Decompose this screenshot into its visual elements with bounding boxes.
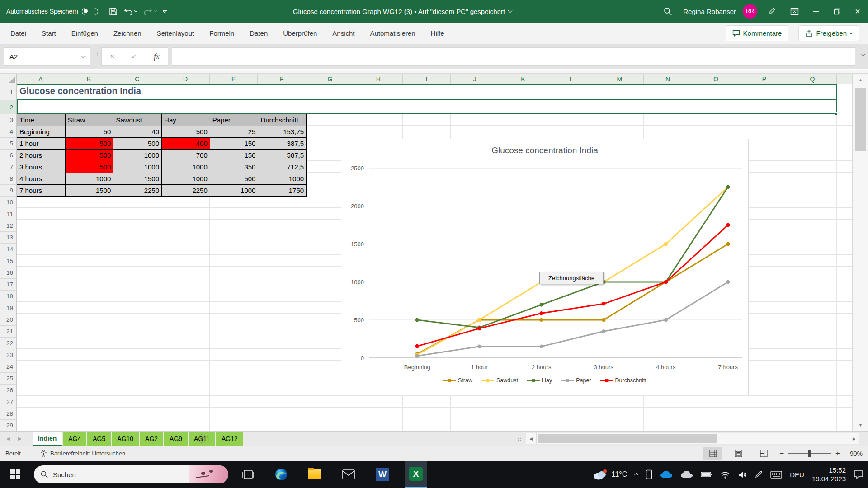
row-header-7[interactable]: 7 bbox=[0, 161, 17, 173]
row-header-12[interactable]: 12 bbox=[0, 220, 17, 232]
data-point-hay[interactable] bbox=[539, 303, 543, 307]
table-cell[interactable]: 3 hours bbox=[17, 161, 66, 173]
table-cell[interactable]: 4 hours bbox=[17, 173, 66, 185]
row-header-27[interactable]: 27 bbox=[0, 396, 17, 408]
taskbar-search[interactable]: Suchen bbox=[34, 461, 228, 488]
legend-item-hay[interactable]: Hay bbox=[527, 377, 552, 384]
new-sheet-button[interactable]: + bbox=[198, 434, 206, 443]
table-cell[interactable]: 2 hours bbox=[17, 150, 66, 161]
onedrive-icon[interactable] bbox=[660, 470, 673, 479]
zoom-out-icon[interactable]: − bbox=[779, 449, 784, 458]
zoom-slider[interactable]: − + bbox=[779, 449, 840, 458]
scroll-down-icon[interactable]: ▼ bbox=[853, 419, 868, 431]
data-point-durchschnitt[interactable] bbox=[477, 327, 481, 331]
ribbon-tab-seitenlayout[interactable]: Seitenlayout bbox=[149, 23, 202, 44]
data-point-straw[interactable] bbox=[726, 242, 730, 246]
touch-keyboard-icon[interactable] bbox=[770, 471, 782, 479]
row-header-11[interactable]: 11 bbox=[0, 208, 17, 220]
mail-icon[interactable] bbox=[338, 461, 359, 488]
weather-widget[interactable]: 11°C bbox=[593, 469, 627, 480]
notification-icon[interactable] bbox=[854, 470, 863, 479]
row-header-22[interactable]: 22 bbox=[0, 338, 17, 349]
zoom-in-icon[interactable]: + bbox=[835, 449, 840, 458]
sheet-tab-ag2[interactable]: AG2 bbox=[140, 432, 163, 446]
ribbon-display-options-icon[interactable] bbox=[783, 0, 806, 23]
ribbon-tab-einfügen[interactable]: Einfügen bbox=[64, 23, 106, 44]
ribbon-tab-ansicht[interactable]: Ansicht bbox=[325, 23, 362, 44]
column-header-P[interactable]: P bbox=[741, 74, 789, 84]
formula-input[interactable] bbox=[172, 47, 855, 66]
ribbon-tab-daten[interactable]: Daten bbox=[242, 23, 275, 44]
series-line-straw[interactable] bbox=[417, 244, 728, 354]
table-cell[interactable]: 400 bbox=[162, 138, 210, 150]
data-point-sawdust[interactable] bbox=[477, 318, 481, 322]
select-all-button[interactable] bbox=[0, 74, 17, 84]
chart-plot-area[interactable]: 05001000150020002500Beginning1 hour2 hou… bbox=[341, 139, 749, 396]
table-header-cell[interactable]: Sawdust bbox=[113, 114, 162, 126]
table-cell[interactable]: 1000 bbox=[66, 173, 114, 185]
row-header-17[interactable]: 17 bbox=[0, 279, 17, 291]
row-header-9[interactable]: 9 bbox=[0, 185, 17, 197]
battery-icon[interactable] bbox=[701, 471, 712, 478]
fill-handle[interactable] bbox=[835, 112, 838, 115]
phone-link-icon[interactable] bbox=[646, 469, 652, 479]
row-header-4[interactable]: 4 bbox=[0, 126, 17, 138]
cancel-entry-icon[interactable]: × bbox=[110, 52, 115, 61]
accessibility-status[interactable]: Barrierefreiheit: Untersuchen bbox=[40, 450, 125, 457]
legend-item-paper[interactable]: Paper bbox=[561, 377, 591, 384]
zoom-thumb[interactable] bbox=[808, 450, 811, 457]
data-point-paper[interactable] bbox=[415, 354, 419, 358]
save-icon[interactable] bbox=[109, 7, 118, 16]
pen-tray-icon[interactable] bbox=[755, 470, 763, 479]
column-header-A[interactable]: A bbox=[17, 74, 65, 84]
comments-button[interactable]: Kommentare bbox=[726, 25, 789, 41]
row-header-6[interactable]: 6 bbox=[0, 150, 17, 161]
table-cell[interactable]: 150 bbox=[210, 150, 259, 161]
network-icon[interactable] bbox=[720, 471, 730, 479]
data-point-hay[interactable] bbox=[726, 185, 730, 189]
table-header-cell[interactable]: Time bbox=[17, 114, 66, 126]
table-header-cell[interactable]: Hay bbox=[162, 114, 210, 126]
data-point-paper[interactable] bbox=[726, 280, 730, 284]
data-point-paper[interactable] bbox=[602, 329, 606, 333]
data-point-paper[interactable] bbox=[477, 345, 481, 349]
table-cell[interactable]: 500 bbox=[66, 150, 114, 161]
ribbon-tab-datei[interactable]: Datei bbox=[3, 23, 34, 44]
vertical-scrollbar[interactable]: ▲ ▼ bbox=[852, 74, 868, 431]
chart-object[interactable]: Glucose concentration India 050010001500… bbox=[341, 139, 749, 395]
legend-item-durchschnitt[interactable]: Durchschnitt bbox=[600, 377, 646, 384]
ribbon-tab-überprüfen[interactable]: Überprüfen bbox=[275, 23, 325, 44]
row-header-10[interactable]: 10 bbox=[0, 197, 17, 208]
column-header-B[interactable]: B bbox=[65, 74, 113, 84]
row-header-2[interactable]: 2 bbox=[0, 100, 17, 114]
column-header-H[interactable]: H bbox=[354, 74, 403, 84]
table-cell[interactable]: 1750 bbox=[258, 185, 307, 197]
scroll-up-icon[interactable]: ▲ bbox=[853, 74, 868, 86]
user-name[interactable]: Regina Robanser bbox=[679, 0, 740, 23]
sheet-tab-ag10[interactable]: AG10 bbox=[112, 432, 139, 446]
data-point-durchschnitt[interactable] bbox=[664, 280, 668, 284]
name-box[interactable]: A2 bbox=[4, 47, 90, 66]
table-header-cell[interactable]: Durchschnitt bbox=[258, 114, 307, 126]
sheet-title-cell[interactable]: Glucose concentration India bbox=[19, 86, 141, 96]
row-header-29[interactable]: 29 bbox=[0, 420, 17, 432]
normal-view-button[interactable] bbox=[703, 447, 722, 460]
row-header-25[interactable]: 25 bbox=[0, 373, 17, 385]
sheet-tab-indien[interactable]: Indien bbox=[33, 432, 62, 446]
table-cell[interactable]: 153,75 bbox=[258, 126, 307, 138]
ribbon-tab-zeichnen[interactable]: Zeichnen bbox=[106, 23, 149, 44]
table-cell[interactable]: 1000 bbox=[113, 161, 162, 173]
sheet-tab-ag4[interactable]: AG4 bbox=[63, 432, 86, 446]
data-point-hay[interactable] bbox=[415, 318, 419, 322]
table-cell[interactable]: 500 bbox=[113, 138, 162, 150]
table-cell[interactable]: 500 bbox=[162, 126, 210, 138]
document-title[interactable]: Glucose concentration Graph WG12 (3) • A… bbox=[253, 0, 552, 23]
table-cell[interactable]: 587,5 bbox=[258, 150, 307, 161]
onedrive-personal-icon[interactable] bbox=[680, 470, 693, 479]
table-header-cell[interactable]: Paper bbox=[210, 114, 259, 126]
search-icon[interactable] bbox=[656, 0, 679, 23]
file-explorer-icon[interactable] bbox=[304, 461, 326, 488]
row-header-1[interactable]: 1 bbox=[0, 84, 17, 100]
column-header-O[interactable]: O bbox=[692, 74, 741, 84]
table-cell[interactable]: 150 bbox=[210, 138, 259, 150]
